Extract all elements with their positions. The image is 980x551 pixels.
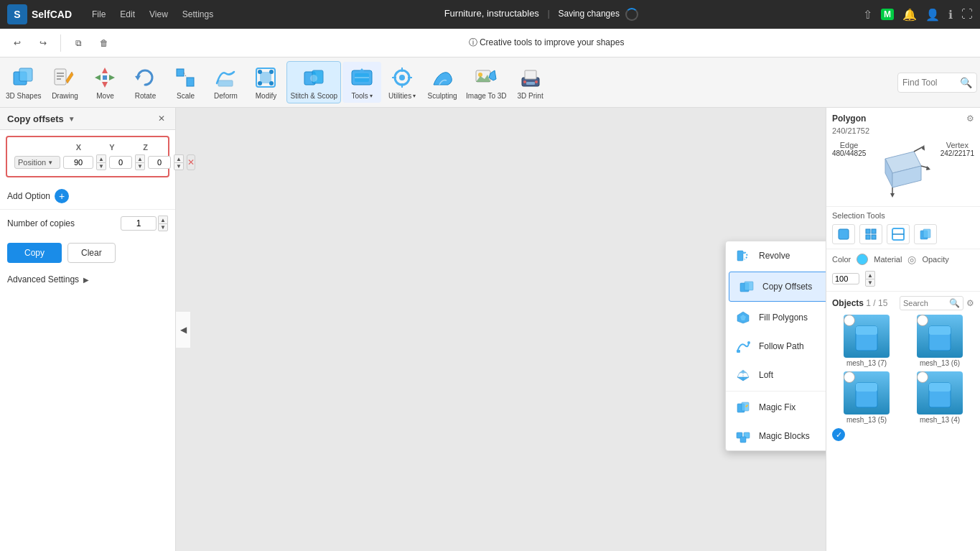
opacity-input[interactable] [832,273,859,284]
tool-3d-print[interactable]: 3D Print [511,62,550,103]
tool-drawing[interactable]: Drawing [45,62,84,103]
sel-edge-button[interactable] [887,224,910,244]
tool-3d-print-label: 3D Print [518,92,543,100]
logo-icon: S [7,4,27,24]
menu-edit[interactable]: Edit [114,6,141,22]
nav-left-arrow[interactable]: ◀ [176,312,190,348]
app-logo: S SelfCAD [7,4,72,24]
objects-gear-icon[interactable]: ⚙ [966,298,974,308]
copies-step-up[interactable]: ▲ [158,216,168,223]
sel-vertex-button[interactable] [859,224,882,244]
menu-settings[interactable]: Settings [177,6,219,22]
y-step-down[interactable]: ▼ [135,162,145,170]
material-icon[interactable]: ◎ [907,254,916,265]
tool-scale[interactable]: Scale [166,62,205,103]
num-copies-input[interactable] [121,216,157,231]
tool-modify[interactable]: Modify [246,62,285,103]
tool-tools-label: Tools▾ [351,92,372,100]
m-icon[interactable]: M [881,9,894,20]
fill-polygons-icon [734,309,752,326]
obj-checkbox-4[interactable] [917,371,928,383]
objects-search[interactable]: 🔍 [900,296,963,310]
settings-gear-icon[interactable]: ⚙ [966,114,974,124]
svg-rect-75 [742,402,749,411]
tool-utilities[interactable]: Utilities▾ [383,62,421,103]
dropdown-revolve[interactable]: Revolve T+V [726,241,826,270]
svg-line-72 [747,373,749,377]
dropdown-magic-blocks[interactable]: Magic Blocks T+B [726,422,826,450]
obj-checked-circle[interactable]: ✓ [832,428,845,441]
clear-action-button[interactable]: Clear [67,243,116,263]
x-step-down[interactable]: ▼ [96,162,106,170]
info-icon-circle: ⓘ [469,37,480,47]
sel-face-button[interactable] [832,224,855,244]
dropdown-copy-offsets[interactable]: Copy Offsets T+O [729,272,826,302]
user-icon[interactable]: 👤 [925,8,940,22]
tool-tools[interactable]: Tools▾ [342,62,381,103]
delete-button[interactable]: 🗑 [93,32,116,55]
opacity-step-down[interactable]: ▼ [865,279,875,287]
dropdown-fill-polygons[interactable]: Fill Polygons T+P [726,303,826,332]
svg-rect-90 [872,229,876,233]
magic-blocks-icon [734,427,752,445]
svg-rect-91 [866,235,870,239]
undo-button[interactable]: ↩ [6,32,29,55]
y-step-up[interactable]: ▲ [135,154,145,162]
obj-checkbox-3[interactable] [844,371,855,383]
magic-fix-label: Magic Fix [759,402,826,412]
menu-file[interactable]: File [86,6,111,22]
copy-action-button[interactable]: Copy [7,243,62,263]
dropdown-separator [726,391,826,392]
sel-object-button[interactable] [914,224,937,244]
svg-rect-96 [923,229,930,238]
z-input[interactable] [148,156,171,169]
color-picker[interactable] [857,254,868,265]
plus-icon: + [55,189,69,203]
share-icon[interactable]: ⇧ [863,8,872,22]
opacity-stepper[interactable]: ▲ ▼ [865,271,875,287]
3d-stats-row: Edge 480/44825 [832,141,974,200]
objects-panel: Objects 1 / 15 🔍 ⚙ [826,292,980,551]
find-tool[interactable]: 🔍 [897,73,977,93]
obj-name-3: mesh_13 (5) [846,416,887,424]
redo-button[interactable]: ↪ [32,32,55,55]
y-stepper[interactable]: ▲ ▼ [135,154,145,170]
revolve-label: Revolve [759,251,826,261]
opacity-step-up[interactable]: ▲ [865,271,875,279]
tool-3d-shapes[interactable]: 3D Shapes [3,62,44,103]
fullscreen-icon[interactable]: ⛶ [961,8,973,21]
obj-checkbox-1[interactable] [844,315,855,326]
x-step-up[interactable]: ▲ [96,154,106,162]
position-type-selector[interactable]: Position ▼ [14,156,60,169]
copy-button[interactable]: ⧉ [67,32,90,55]
y-input[interactable] [109,156,132,169]
panel-close-button[interactable]: ✕ [155,112,168,125]
dropdown-magic-fix[interactable]: Magic Fix T+M [726,393,826,422]
menu-view[interactable]: View [144,6,174,22]
search-icon[interactable]: 🔍 [960,77,972,88]
objects-search-input[interactable] [903,299,946,307]
copies-step-down[interactable]: ▼ [158,223,168,231]
advanced-settings[interactable]: Advanced Settings ▶ [0,269,175,290]
svg-point-30 [399,75,405,80]
tool-deform[interactable]: Deform [206,62,245,103]
bell-icon[interactable]: 🔔 [902,8,917,22]
dropdown-loft[interactable]: Loft T+L [726,361,826,389]
dropdown-follow-path[interactable]: Follow Path T+P [726,332,826,361]
x-stepper[interactable]: ▲ ▼ [96,154,106,170]
svg-rect-78 [740,437,746,443]
tool-stitch-scoop-label: Stitch & Scoop [290,92,337,100]
tool-move[interactable]: Move [85,62,124,103]
tool-rotate[interactable]: Rotate [126,62,164,103]
obj-checkbox-2[interactable] [917,315,928,326]
find-tool-input[interactable] [902,78,960,88]
info-icon[interactable]: ℹ [948,8,953,22]
action-buttons: Copy Clear [0,237,175,269]
panel-dropdown-arrow[interactable]: ▼ [68,115,75,123]
tool-sculpting[interactable]: Sculpting [423,62,462,103]
add-option-button[interactable]: Add Option + [0,183,175,210]
x-input[interactable] [63,156,93,169]
tool-image-to-3d[interactable]: Image To 3D [463,62,510,103]
tool-stitch-scoop[interactable]: Stitch & Scoop [286,61,341,103]
copies-stepper[interactable]: ▲ ▼ [158,216,168,231]
